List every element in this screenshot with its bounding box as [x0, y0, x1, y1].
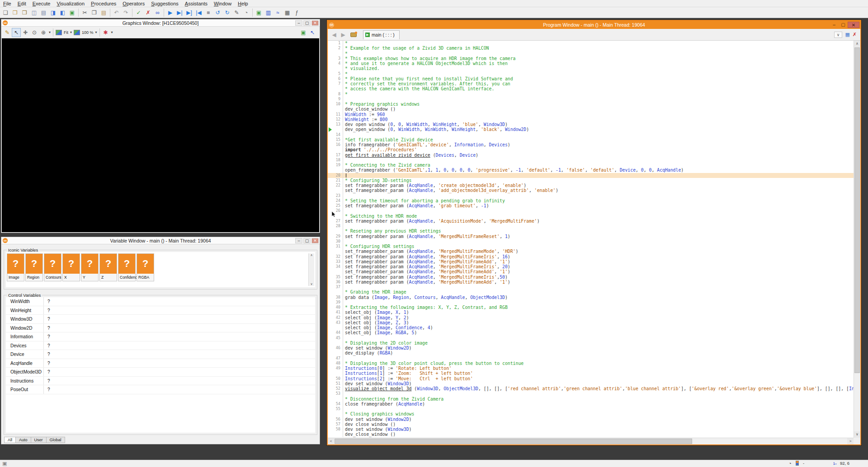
iconic-variable-contours[interactable]: ?Contours [44, 253, 61, 281]
variable-tab-user[interactable]: User [31, 437, 47, 443]
code-line[interactable]: 15*Get first available Zivid device [328, 137, 854, 142]
menu-window[interactable]: Window [211, 0, 235, 7]
code-line[interactable]: 3* This example shows how to acquire an … [328, 56, 854, 61]
code-line[interactable]: 1* [328, 41, 854, 46]
menu-edit[interactable]: Edit [14, 0, 29, 7]
code-line[interactable]: 6* Please note that you first need to in… [328, 76, 854, 81]
matrix-view-icon[interactable]: ▦ [283, 8, 292, 17]
code-horizontal-scrollbar[interactable]: < > [328, 438, 854, 444]
print-program-icon[interactable]: ▤ [39, 8, 48, 17]
pixel-info-icon[interactable]: ▣ [299, 28, 308, 37]
graphics-window-titlebar[interactable]: HA Graphics Window: [H1CE95050450] – ▢ ✕ [1, 19, 320, 27]
control-variable-row[interactable]: ObjectModel3D? [6, 368, 315, 377]
step-out-icon[interactable]: |◀ [194, 8, 203, 17]
maximize-button[interactable]: ▢ [303, 20, 311, 26]
iconic-variable-y[interactable]: ?Y [81, 253, 99, 281]
code-line[interactable]: 18 [328, 158, 854, 163]
tab-main-procedure[interactable]: ▶ main ( : : : ) [363, 30, 400, 39]
code-line[interactable]: 50Instructions[2] := 'Move: Ctrl + left … [328, 376, 854, 381]
scroll-right-icon[interactable]: > [847, 438, 854, 444]
code-vertical-scrollbar[interactable]: ∧ ∨ [854, 41, 860, 438]
code-line[interactable]: set_framegrabber_param (AcqHandle, 'add_… [328, 188, 854, 193]
code-line[interactable]: 22set_framegrabber_param (AcqHandle, 'cr… [328, 183, 854, 188]
minimize-button[interactable]: – [295, 20, 302, 26]
gray-histogram-icon[interactable]: ▥ [264, 8, 273, 17]
graphics-canvas[interactable] [2, 38, 319, 232]
code-line[interactable]: 31* Configuring HDR settings [328, 244, 854, 249]
code-line[interactable]: 28 [328, 224, 854, 229]
code-line[interactable]: 56dev_set_window (Window2D) [328, 417, 854, 422]
code-line[interactable]: * Grabing the HDR image [328, 290, 854, 294]
write-image-icon[interactable]: ◧ [58, 8, 67, 17]
fit-mode-value[interactable]: Fit [64, 30, 68, 35]
pointer-mode-icon[interactable]: ↖ [308, 28, 317, 37]
code-line[interactable]: 36set_framegrabber_param (AcqHandle, 'Me… [328, 280, 854, 285]
code-line[interactable]: * [328, 51, 854, 56]
menu-execute[interactable]: Execute [29, 0, 54, 7]
iconic-variable-x[interactable]: ?X [62, 253, 80, 281]
iconic-variable-rgba[interactable]: ?RGBA [137, 253, 154, 281]
menu-operators[interactable]: Operators [119, 0, 148, 7]
minimize-button[interactable]: – [830, 22, 839, 28]
code-line[interactable]: 26 [328, 208, 854, 213]
code-line[interactable]: 58dev_set_window (Window3D) [328, 427, 854, 432]
copy-icon[interactable]: ❐ [90, 8, 99, 17]
code-line[interactable]: Instructions[1] := 'Zoom: Shift + left b… [328, 371, 854, 376]
fit-dropdown-icon[interactable]: ▾ [70, 30, 72, 34]
code-line[interactable]: 11WinWidth := 960 [328, 112, 854, 117]
control-variable-row[interactable]: PoseOut? [6, 385, 315, 394]
code-line[interactable]: 16info_framegrabber ('GenICamTL','device… [328, 142, 854, 147]
zoom-dropdown-icon[interactable]: ▾ [49, 30, 51, 34]
edit-mode-icon[interactable]: ✎ [232, 8, 241, 17]
control-variable-row[interactable]: Window2D? [6, 324, 315, 333]
open-program-icon[interactable]: ❒ [10, 8, 20, 17]
control-variable-row[interactable]: WinHeight? [6, 306, 315, 315]
code-line[interactable]: * Reseting any previous HDR settings [328, 229, 854, 234]
color-dropdown-icon[interactable]: ▾ [111, 30, 113, 34]
control-variable-row[interactable]: Device? [6, 350, 315, 359]
redo-icon[interactable]: ↷ [121, 8, 131, 17]
cut-icon[interactable]: ✂ [80, 8, 90, 17]
code-line[interactable]: 48* Displaying the 3D color point cloud,… [328, 361, 854, 366]
code-line[interactable]: import './../../Procedures' [328, 147, 854, 152]
variable-window-titlebar[interactable]: HA Variable Window - main () - Main Thre… [1, 237, 320, 244]
select-arrow-icon[interactable]: ↖ [12, 28, 21, 37]
paste-icon[interactable]: ▤ [99, 8, 108, 17]
draw-icon[interactable]: ✎ [3, 28, 12, 37]
iconic-variable-image[interactable]: ?Image [7, 253, 24, 281]
zoom-level-dropdown-icon[interactable]: ▾ [95, 30, 97, 34]
code-line[interactable]: 5* [328, 71, 854, 76]
set-pc-icon[interactable]: ↻ [222, 8, 232, 17]
code-line[interactable]: 9 [328, 97, 854, 102]
code-line[interactable]: 8* [328, 92, 854, 97]
vertical-scroll-thumb[interactable] [854, 47, 860, 373]
code-line[interactable]: 19* Connecting to the Zivid camera [328, 163, 854, 168]
close-button[interactable]: ✕ [311, 238, 319, 243]
procedures-icon[interactable] [350, 33, 357, 37]
code-line[interactable]: 44select_obj (Image, RGBA, 5) [328, 330, 854, 335]
code-line[interactable]: 41select_obj (Image, X, 1) [328, 310, 854, 315]
check-syntax-icon[interactable]: ✓ [134, 8, 143, 17]
undo-icon[interactable]: ↶ [112, 8, 121, 17]
code-line[interactable]: 27set_framegrabber_param (AcqHandle, 'Ac… [328, 219, 854, 224]
zoom-in-icon[interactable]: ⊕ [39, 28, 48, 37]
iconic-variable-z[interactable]: ?Z [99, 253, 117, 281]
variable-tab-auto[interactable]: Auto [15, 437, 31, 443]
color-settings-icon[interactable]: ✱ [101, 28, 110, 37]
new-program-icon[interactable]: ❑ [1, 8, 10, 17]
iconic-variable-region[interactable]: ?Region [25, 253, 43, 281]
control-variable-row[interactable]: Window3D? [6, 315, 315, 324]
maximize-button[interactable]: ▢ [303, 238, 311, 243]
step-into-icon[interactable]: ▶] [184, 8, 194, 17]
code-line[interactable]: 43select_obj (Image, Z, 3) [328, 320, 854, 325]
code-line[interactable]: 30 [328, 239, 854, 244]
operator-window-icon[interactable]: ƒ [292, 8, 302, 17]
control-variable-row[interactable]: WinWidth? [6, 297, 315, 306]
scroll-down-icon[interactable]: ∨ [310, 282, 312, 286]
control-variable-row[interactable]: Instructions? [6, 377, 315, 386]
code-line[interactable]: * Closing graphics windows [328, 411, 854, 416]
variable-tab-global[interactable]: Global [46, 437, 65, 443]
code-line[interactable]: 35set_framegrabber_param (AcqHandle, 'Me… [328, 275, 854, 280]
code-line[interactable]: 14 [328, 132, 854, 137]
code-line[interactable]: 51dev_set_window (Window3D) [328, 381, 854, 386]
